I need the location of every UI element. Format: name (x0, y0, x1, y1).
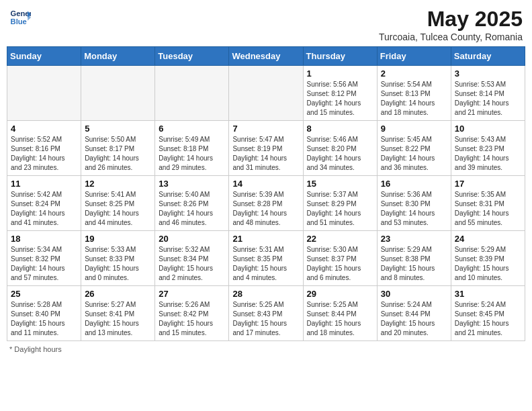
day-cell-4-2: 27Sunrise: 5:26 AM Sunset: 8:42 PM Dayli… (155, 286, 229, 341)
day-cell-2-1: 12Sunrise: 5:41 AM Sunset: 8:25 PM Dayli… (81, 176, 155, 231)
day-cell-1-1: 5Sunrise: 5:50 AM Sunset: 8:17 PM Daylig… (81, 121, 155, 176)
day-info: Sunrise: 5:29 AM Sunset: 8:38 PM Dayligh… (381, 245, 447, 283)
day-info: Sunrise: 5:39 AM Sunset: 8:28 PM Dayligh… (232, 190, 299, 228)
day-cell-4-3: 28Sunrise: 5:25 AM Sunset: 8:43 PM Dayli… (229, 286, 303, 341)
day-number: 16 (381, 179, 447, 189)
day-cell-4-0: 25Sunrise: 5:28 AM Sunset: 8:40 PM Dayli… (7, 286, 81, 341)
day-info: Sunrise: 5:37 AM Sunset: 8:29 PM Dayligh… (307, 190, 373, 228)
day-cell-4-1: 26Sunrise: 5:27 AM Sunset: 8:41 PM Dayli… (81, 286, 155, 341)
header-sunday: Sunday (7, 47, 81, 66)
logo-icon: General Blue (9, 7, 31, 28)
day-info: Sunrise: 5:28 AM Sunset: 8:40 PM Dayligh… (11, 300, 77, 338)
day-cell-0-3 (229, 66, 303, 121)
day-number: 27 (159, 289, 225, 299)
day-cell-4-6: 31Sunrise: 5:24 AM Sunset: 8:45 PM Dayli… (451, 286, 525, 341)
day-number: 6 (159, 124, 225, 134)
day-info: Sunrise: 5:49 AM Sunset: 8:18 PM Dayligh… (159, 135, 225, 173)
day-number: 1 (307, 68, 373, 79)
day-cell-3-2: 20Sunrise: 5:32 AM Sunset: 8:34 PM Dayli… (155, 231, 229, 286)
header-tuesday: Tuesday (155, 47, 229, 66)
title-block: May 2025 Turcoaia, Tulcea County, Romani… (379, 7, 523, 42)
day-number: 15 (307, 179, 373, 189)
day-cell-0-0 (7, 66, 81, 121)
page-header: General Blue May 2025 Turcoaia, Tulcea C… (7, 7, 525, 42)
day-cell-2-5: 16Sunrise: 5:36 AM Sunset: 8:30 PM Dayli… (377, 176, 451, 231)
day-cell-2-0: 11Sunrise: 5:42 AM Sunset: 8:24 PM Dayli… (7, 176, 81, 231)
day-number: 25 (11, 289, 77, 299)
day-cell-2-6: 17Sunrise: 5:35 AM Sunset: 8:31 PM Dayli… (451, 176, 525, 231)
day-info: Sunrise: 5:46 AM Sunset: 8:20 PM Dayligh… (307, 135, 373, 173)
day-number: 18 (11, 234, 77, 244)
day-number: 7 (232, 124, 299, 134)
day-cell-1-6: 10Sunrise: 5:43 AM Sunset: 8:23 PM Dayli… (451, 121, 525, 176)
day-info: Sunrise: 5:40 AM Sunset: 8:26 PM Dayligh… (159, 190, 225, 228)
day-cell-1-0: 4Sunrise: 5:52 AM Sunset: 8:16 PM Daylig… (7, 121, 81, 176)
day-info: Sunrise: 5:54 AM Sunset: 8:13 PM Dayligh… (381, 80, 447, 118)
day-cell-3-5: 23Sunrise: 5:29 AM Sunset: 8:38 PM Dayli… (377, 231, 451, 286)
day-number: 14 (232, 179, 299, 189)
subtitle: Turcoaia, Tulcea County, Romania (379, 32, 523, 42)
day-number: 4 (11, 124, 77, 134)
day-info: Sunrise: 5:36 AM Sunset: 8:30 PM Dayligh… (381, 190, 447, 228)
day-info: Sunrise: 5:42 AM Sunset: 8:24 PM Dayligh… (11, 190, 77, 228)
day-info: Sunrise: 5:27 AM Sunset: 8:41 PM Dayligh… (85, 300, 151, 338)
day-number: 9 (381, 124, 447, 134)
day-number: 13 (159, 179, 225, 189)
day-info: Sunrise: 5:31 AM Sunset: 8:35 PM Dayligh… (232, 245, 299, 283)
day-number: 23 (381, 234, 447, 244)
day-cell-1-2: 6Sunrise: 5:49 AM Sunset: 8:18 PM Daylig… (155, 121, 229, 176)
day-number: 5 (85, 124, 151, 134)
day-info: Sunrise: 5:50 AM Sunset: 8:17 PM Dayligh… (85, 135, 151, 173)
day-number: 20 (159, 234, 225, 244)
day-info: Sunrise: 5:47 AM Sunset: 8:19 PM Dayligh… (232, 135, 299, 173)
svg-text:Blue: Blue (11, 17, 27, 26)
header-wednesday: Wednesday (229, 47, 303, 66)
day-cell-2-2: 13Sunrise: 5:40 AM Sunset: 8:26 PM Dayli… (155, 176, 229, 231)
day-cell-3-3: 21Sunrise: 5:31 AM Sunset: 8:35 PM Dayli… (229, 231, 303, 286)
day-info: Sunrise: 5:32 AM Sunset: 8:34 PM Dayligh… (159, 245, 225, 283)
day-number: 17 (455, 179, 521, 189)
day-info: Sunrise: 5:29 AM Sunset: 8:39 PM Dayligh… (455, 245, 521, 283)
day-info: Sunrise: 5:24 AM Sunset: 8:44 PM Dayligh… (381, 300, 447, 338)
day-cell-0-4: 1Sunrise: 5:56 AM Sunset: 8:12 PM Daylig… (303, 66, 377, 121)
week-row-1: 1Sunrise: 5:56 AM Sunset: 8:12 PM Daylig… (7, 66, 525, 121)
day-info: Sunrise: 5:24 AM Sunset: 8:45 PM Dayligh… (455, 300, 521, 338)
day-cell-1-4: 8Sunrise: 5:46 AM Sunset: 8:20 PM Daylig… (303, 121, 377, 176)
day-number: 28 (232, 289, 299, 299)
footer-note: * Daylight hours (7, 345, 525, 353)
day-cell-4-5: 30Sunrise: 5:24 AM Sunset: 8:44 PM Dayli… (377, 286, 451, 341)
day-number: 29 (307, 289, 373, 299)
header-saturday: Saturday (451, 47, 525, 66)
calendar-table: SundayMondayTuesdayWednesdayThursdayFrid… (7, 46, 525, 341)
day-info: Sunrise: 5:25 AM Sunset: 8:43 PM Dayligh… (232, 300, 299, 338)
day-info: Sunrise: 5:53 AM Sunset: 8:14 PM Dayligh… (455, 80, 521, 118)
day-info: Sunrise: 5:45 AM Sunset: 8:22 PM Dayligh… (381, 135, 447, 173)
day-number: 10 (455, 124, 521, 134)
day-cell-3-1: 19Sunrise: 5:33 AM Sunset: 8:33 PM Dayli… (81, 231, 155, 286)
day-number: 3 (455, 68, 521, 79)
day-number: 26 (85, 289, 151, 299)
day-info: Sunrise: 5:34 AM Sunset: 8:32 PM Dayligh… (11, 245, 77, 283)
header-friday: Friday (377, 47, 451, 66)
week-row-4: 18Sunrise: 5:34 AM Sunset: 8:32 PM Dayli… (7, 231, 525, 286)
day-cell-4-4: 29Sunrise: 5:25 AM Sunset: 8:44 PM Dayli… (303, 286, 377, 341)
footer-note-text: Daylight hours (14, 345, 61, 353)
day-cell-0-1 (81, 66, 155, 121)
week-row-5: 25Sunrise: 5:28 AM Sunset: 8:40 PM Dayli… (7, 286, 525, 341)
day-cell-0-2 (155, 66, 229, 121)
day-number: 8 (307, 124, 373, 134)
day-info: Sunrise: 5:52 AM Sunset: 8:16 PM Dayligh… (11, 135, 77, 173)
day-number: 24 (455, 234, 521, 244)
calendar-header-row: SundayMondayTuesdayWednesdayThursdayFrid… (7, 47, 525, 66)
day-info: Sunrise: 5:43 AM Sunset: 8:23 PM Dayligh… (455, 135, 521, 173)
day-cell-2-3: 14Sunrise: 5:39 AM Sunset: 8:28 PM Dayli… (229, 176, 303, 231)
day-cell-3-6: 24Sunrise: 5:29 AM Sunset: 8:39 PM Dayli… (451, 231, 525, 286)
day-number: 31 (455, 289, 521, 299)
day-info: Sunrise: 5:33 AM Sunset: 8:33 PM Dayligh… (85, 245, 151, 283)
day-number: 19 (85, 234, 151, 244)
day-number: 22 (307, 234, 373, 244)
day-info: Sunrise: 5:25 AM Sunset: 8:44 PM Dayligh… (307, 300, 373, 338)
day-cell-1-5: 9Sunrise: 5:45 AM Sunset: 8:22 PM Daylig… (377, 121, 451, 176)
main-title: May 2025 (379, 7, 523, 32)
logo: General Blue (9, 7, 31, 28)
